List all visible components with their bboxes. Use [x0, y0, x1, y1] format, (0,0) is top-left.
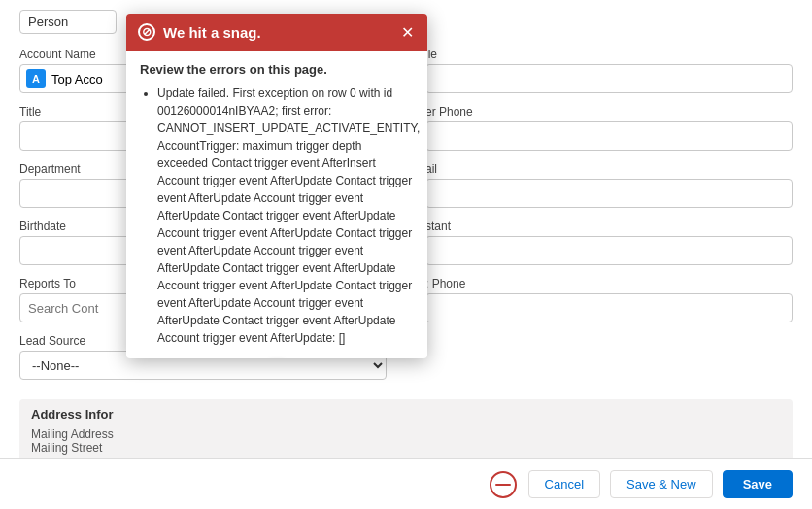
- modal-body: Review the errors on this page. Update f…: [126, 51, 427, 358]
- modal-header: ⊘ We hit a snag. ✕: [126, 14, 427, 51]
- modal-overlay: ⊘ We hit a snag. ✕ Review the errors on …: [0, 0, 812, 509]
- error-modal: ⊘ We hit a snag. ✕ Review the errors on …: [126, 14, 427, 358]
- modal-error-item: Update failed. First exception on row 0 …: [157, 85, 414, 347]
- modal-close-button[interactable]: ✕: [396, 21, 418, 43]
- modal-error-heading: Review the errors on this page.: [140, 62, 414, 77]
- modal-title: We hit a snag.: [163, 24, 416, 41]
- modal-error-list: Update failed. First exception on row 0 …: [140, 85, 414, 347]
- error-icon: ⊘: [138, 23, 155, 41]
